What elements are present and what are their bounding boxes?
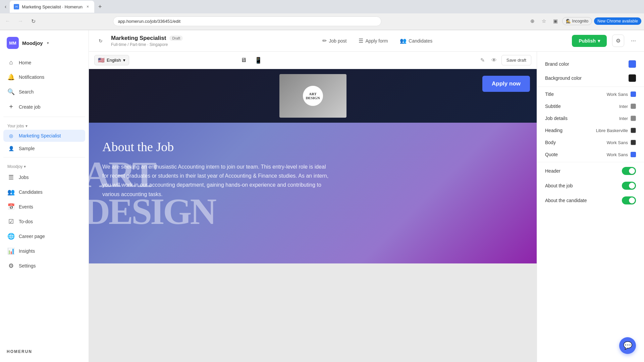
reload-button[interactable]: ↻	[28, 16, 38, 26]
sidebar-item-events[interactable]: 📅 Events	[3, 200, 85, 214]
brand-name: Moodjoy	[22, 40, 43, 46]
save-draft-button[interactable]: Save draft	[501, 55, 531, 65]
chat-widget[interactable]: 💬	[619, 337, 636, 354]
sync-button[interactable]: ↻	[96, 36, 106, 46]
tab-job-post[interactable]: ✏ Job post	[317, 35, 352, 47]
sidebar-item-label: Home	[19, 60, 31, 65]
background-color-swatch[interactable]	[629, 74, 636, 82]
avatar: MM	[7, 37, 19, 49]
quote-font-label: Quote	[545, 152, 558, 157]
apply-now-button[interactable]: Apply now	[482, 76, 530, 92]
job-details-font-label: Job details	[545, 116, 568, 121]
sidebar-item-search[interactable]: 🔍 Search	[3, 85, 85, 99]
sidebar-item-label: Events	[19, 204, 33, 209]
header-toggle-row: Header	[537, 164, 644, 178]
address-bar[interactable]	[113, 16, 381, 26]
sidebar-item-career-page[interactable]: 🌐 Career page	[3, 229, 85, 243]
about-job-toggle[interactable]	[622, 182, 636, 190]
more-icon: ···	[631, 37, 636, 44]
new-chrome-badge[interactable]: New Chrome available	[594, 17, 641, 25]
incognito-button[interactable]: 🕵 Incognito	[562, 17, 592, 25]
sidebar-divider	[3, 117, 85, 117]
back-button[interactable]: ←	[3, 16, 13, 26]
language-selector[interactable]: 🇺🇸 English ▾	[94, 55, 129, 65]
sidebar-item-label: Sample	[19, 146, 35, 151]
body-color-swatch[interactable]	[631, 140, 636, 145]
browser-tab-active[interactable]: H Marketing Specialist · Homerun ×	[10, 1, 94, 13]
publish-button[interactable]: Publish ▾	[572, 35, 607, 47]
settings-button[interactable]: ⚙	[612, 35, 624, 47]
sidebar: MM Moodjoy ▾ ⌂ Home 🔔 Notifications 🔍 Se…	[0, 30, 89, 362]
flag-icon: 🇺🇸	[98, 57, 105, 63]
tab-prev-button[interactable]: ‹	[3, 2, 8, 11]
preview-actions: ✎ 👁 Save draft	[478, 55, 531, 65]
desktop-view-button[interactable]: 🖥	[238, 55, 249, 66]
app-header: ↻ Marketing Specialist Draft Full-time /…	[89, 30, 644, 52]
career-page-icon: 🌐	[7, 233, 15, 240]
background-color-label: Background color	[545, 75, 582, 81]
company-chevron: ▾	[24, 164, 26, 169]
tab-close-button[interactable]: ×	[85, 4, 90, 10]
preview-header-section: ARTDESIGN Apply now	[89, 69, 537, 123]
preview-eye-button[interactable]: 👁	[489, 55, 499, 65]
sidebar-item-notifications[interactable]: 🔔 Notifications	[3, 70, 85, 84]
sidebar-icon[interactable]: ▣	[551, 16, 560, 26]
device-buttons: 🖥 📱	[238, 55, 265, 66]
tab-candidates[interactable]: 👥 Candidates	[394, 35, 438, 47]
job-post-icon: ✏	[322, 38, 327, 44]
mobile-view-button[interactable]: 📱	[252, 55, 265, 66]
title-color-swatch[interactable]	[631, 92, 636, 97]
sidebar-item-settings[interactable]: ⚙ Settings	[3, 259, 85, 273]
subtitle-color-swatch[interactable]	[631, 104, 636, 109]
more-button[interactable]: ···	[630, 36, 637, 46]
sidebar-item-home[interactable]: ⌂ Home	[3, 56, 85, 69]
brand-color-row: Brand color	[537, 57, 644, 71]
company-logo-box: ARTDESIGN	[279, 74, 346, 118]
search-icon: 🔍	[7, 88, 15, 96]
quote-font-value: Work Sans	[607, 152, 636, 157]
about-heading: About the Job	[102, 139, 523, 154]
sidebar-item-candidates[interactable]: 👥 Candidates	[3, 185, 85, 199]
header-toggle-label: Header	[545, 168, 560, 174]
new-tab-button[interactable]: +	[96, 2, 105, 12]
about-candidate-toggle-row: About the candidate	[537, 193, 644, 208]
events-icon: 📅	[7, 203, 15, 210]
sidebar-nav: ⌂ Home 🔔 Notifications 🔍 Search + Create…	[0, 56, 89, 114]
tab-label: Candidates	[409, 38, 432, 44]
cast-icon[interactable]: ⊕	[528, 16, 537, 26]
panel-divider-1	[537, 86, 644, 87]
heading-color-swatch[interactable]	[631, 128, 636, 133]
sidebar-item-insights[interactable]: 📊 Insights	[3, 244, 85, 258]
logo-background: ARTDESIGN	[279, 74, 346, 118]
company-logo-container: ARTDESIGN	[279, 74, 346, 118]
header-toggle[interactable]	[622, 167, 636, 175]
job-details-color-swatch[interactable]	[631, 116, 636, 121]
jobs-icon: ☰	[7, 174, 15, 181]
about-candidate-toggle[interactable]	[622, 196, 636, 204]
sidebar-item-todos[interactable]: ☑ To-dos	[3, 215, 85, 229]
sidebar-item-label: Search	[19, 89, 34, 95]
tab-apply-form[interactable]: ☰ Apply form	[353, 35, 393, 47]
sidebar-brand[interactable]: MM Moodjoy ▾	[0, 36, 89, 56]
sidebar-item-label: Create job	[19, 104, 41, 110]
body-font-value: Work Sans	[607, 140, 636, 145]
job-details-font-name: Inter	[619, 116, 628, 121]
job-title: Marketing Specialist	[111, 35, 166, 42]
tab-label: Job post	[329, 38, 346, 44]
forward-button[interactable]: →	[15, 16, 25, 26]
sidebar-item-create-job[interactable]: + Create job	[3, 100, 85, 114]
bookmark-icon[interactable]: ☆	[539, 16, 549, 26]
chat-icon: 💬	[623, 341, 632, 350]
brand-color-label: Brand color	[545, 61, 569, 67]
brand-color-swatch[interactable]	[629, 60, 636, 68]
preview-pane: 🇺🇸 English ▾ 🖥 📱 ✎ 👁 Save draft	[89, 52, 537, 362]
edit-pencil-button[interactable]: ✎	[478, 55, 487, 65]
sidebar-item-sample[interactable]: 👤 Sample	[3, 142, 85, 155]
sidebar-item-marketing-specialist[interactable]: ◎ Marketing Specialist	[3, 130, 85, 142]
company-section-label: Moodjoy ▾	[0, 160, 89, 170]
title-font-name: Work Sans	[607, 92, 628, 97]
editor-area: 🇺🇸 English ▾ 🖥 📱 ✎ 👁 Save draft	[89, 52, 644, 362]
about-job-toggle-label: About the job	[545, 183, 573, 188]
quote-color-swatch[interactable]	[631, 152, 636, 157]
sidebar-item-jobs[interactable]: ☰ Jobs	[3, 170, 85, 184]
